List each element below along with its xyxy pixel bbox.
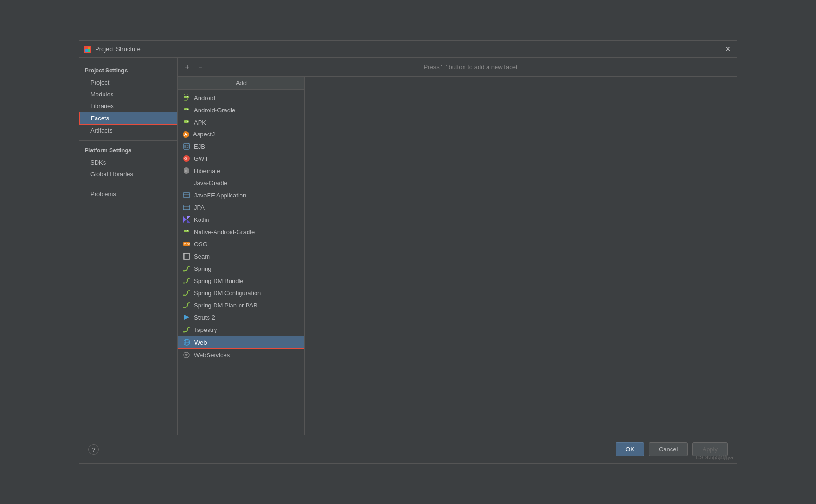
sidebar-item-facets[interactable]: Facets <box>79 112 177 125</box>
facet-item-javaee[interactable]: JavaEE Application <box>178 189 304 201</box>
facet-item-webservices[interactable]: WebServices <box>178 349 304 361</box>
facet-item-android-gradle[interactable]: Android-Gradle <box>178 104 304 116</box>
tapestry-icon <box>183 326 190 333</box>
osgi-icon: OSG <box>183 240 190 248</box>
svg-point-34 <box>183 282 185 284</box>
kotlin-icon <box>183 216 190 223</box>
facet-label-spring-dm-bundle: Spring DM Bundle <box>194 277 244 284</box>
svg-rect-7 <box>184 108 189 110</box>
svg-point-28 <box>187 230 188 231</box>
facet-label-javaee: JavaEE Application <box>194 192 246 199</box>
facet-label-osgi: OSGi <box>194 241 209 248</box>
facet-label-kotlin: Kotlin <box>194 216 209 223</box>
facet-item-seam[interactable]: Seam <box>178 250 304 262</box>
svg-point-6 <box>187 96 188 97</box>
facet-label-android-gradle: Android-Gradle <box>194 107 235 114</box>
sidebar: Project Settings Project Modules Librari… <box>79 58 178 435</box>
dialog-body: Project Settings Project Modules Librari… <box>79 58 737 435</box>
facet-label-aspectj: AspectJ <box>193 131 215 138</box>
svg-rect-10 <box>184 120 189 123</box>
facet-item-spring[interactable]: Spring <box>178 262 304 275</box>
sidebar-item-global-libraries[interactable]: Global Libraries <box>79 168 177 180</box>
facet-item-gwt[interactable]: G GWT <box>178 152 304 165</box>
facet-item-kotlin[interactable]: Kotlin <box>178 213 304 226</box>
facet-list-panel: Add Android <box>178 77 305 435</box>
sidebar-item-project[interactable]: Project <box>79 77 177 88</box>
dialog-title: Project Structure <box>95 46 723 53</box>
help-button[interactable]: ? <box>88 444 99 455</box>
facet-label-spring-dm-plan: Spring DM Plan or PAR <box>194 302 258 309</box>
svg-point-35 <box>183 294 185 296</box>
svg-point-36 <box>183 307 185 308</box>
facet-list-header: Add <box>178 77 304 90</box>
facet-item-osgi[interactable]: OSG OSGi <box>178 238 304 250</box>
facet-item-native-android[interactable]: Native-Android-Gradle <box>178 226 304 238</box>
facet-item-hibernate[interactable]: H Hibernate <box>178 165 304 177</box>
sidebar-divider-2 <box>79 184 177 184</box>
close-button[interactable]: ✕ <box>723 45 732 54</box>
project-structure-dialog: Project Structure ✕ Project Settings Pro… <box>79 40 737 464</box>
svg-marker-24 <box>187 216 190 220</box>
facet-label-web: Web <box>194 339 207 346</box>
android-gradle-icon <box>183 106 190 114</box>
apk-icon <box>183 118 190 126</box>
svg-rect-3 <box>88 49 90 52</box>
svg-point-8 <box>185 109 186 110</box>
svg-point-38 <box>183 331 185 333</box>
facet-label-struts2: Struts 2 <box>194 314 215 321</box>
sidebar-divider <box>79 140 177 141</box>
svg-marker-25 <box>187 220 190 223</box>
facet-label-android: Android <box>194 94 215 102</box>
webservices-icon <box>183 351 190 359</box>
sidebar-item-modules[interactable]: Modules <box>79 88 177 100</box>
svg-point-9 <box>187 109 188 110</box>
facet-item-aspectj[interactable]: A AspectJ <box>178 128 304 140</box>
remove-facet-button[interactable]: − <box>195 62 206 73</box>
sidebar-item-libraries[interactable]: Libraries <box>79 100 177 112</box>
hibernate-icon: H <box>183 167 190 174</box>
sidebar-item-problems[interactable]: Problems <box>79 188 177 200</box>
svg-point-5 <box>185 96 186 97</box>
facet-item-struts2[interactable]: Struts 2 <box>178 311 304 323</box>
facet-label-tapestry: Tapestry <box>194 326 217 333</box>
sidebar-item-sdks[interactable]: SDKs <box>79 157 177 168</box>
svg-rect-0 <box>85 47 88 49</box>
spring-dm-bundle-icon <box>183 277 190 284</box>
main-content: Add Android <box>178 77 737 435</box>
spring-dm-config-icon <box>183 289 190 297</box>
facet-item-ejb[interactable]: EJB EJB <box>178 140 304 152</box>
facet-label-spring-dm-config: Spring DM Configuration <box>194 290 261 297</box>
jpa-icon <box>183 204 190 211</box>
facet-item-apk[interactable]: APK <box>178 116 304 128</box>
right-panel <box>305 77 737 435</box>
sidebar-item-artifacts[interactable]: Artifacts <box>79 125 177 136</box>
svg-text:OSG: OSG <box>184 243 190 246</box>
add-facet-button[interactable]: + <box>182 62 193 73</box>
java-gradle-icon <box>183 179 190 187</box>
svg-point-27 <box>185 230 186 231</box>
svg-rect-1 <box>88 47 90 49</box>
facet-list: Android Android-Gradle <box>178 90 304 435</box>
svg-rect-21 <box>183 205 190 210</box>
bottom-bar: OK Cancel Apply <box>79 435 737 463</box>
facet-item-java-gradle[interactable]: Java-Gradle <box>178 177 304 189</box>
facet-item-android[interactable]: Android <box>178 92 304 104</box>
ok-button[interactable]: OK <box>616 442 644 456</box>
spring-icon <box>183 265 190 272</box>
svg-text:G: G <box>184 157 187 160</box>
ejb-icon: EJB <box>183 142 190 150</box>
facet-item-spring-dm-config[interactable]: Spring DM Configuration <box>178 287 304 299</box>
svg-marker-37 <box>184 315 189 320</box>
cancel-button[interactable]: Cancel <box>649 442 688 456</box>
svg-text:EJB: EJB <box>184 145 190 148</box>
toolbar: + − Press '+' button to add a new facet <box>178 58 737 77</box>
facet-item-tapestry[interactable]: Tapestry <box>178 323 304 336</box>
svg-marker-23 <box>183 216 187 223</box>
facet-item-spring-dm-plan[interactable]: Spring DM Plan or PAR <box>178 299 304 311</box>
android-icon <box>183 94 190 102</box>
svg-rect-31 <box>184 253 189 259</box>
facet-item-spring-dm-bundle[interactable]: Spring DM Bundle <box>178 275 304 287</box>
native-android-icon <box>183 228 190 236</box>
facet-item-jpa[interactable]: JPA <box>178 201 304 213</box>
facet-item-web[interactable]: Web <box>178 336 304 349</box>
